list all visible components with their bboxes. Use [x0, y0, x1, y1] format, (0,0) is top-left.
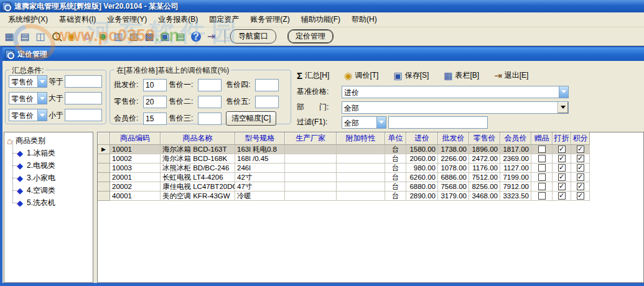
grid-cell[interactable] [285, 182, 337, 191]
chevron-down-icon[interactable] [559, 86, 568, 98]
table-row[interactable]: ▶10001海尔冰箱 BCD-163T163l 耗电0.8台1580.00173… [98, 145, 643, 154]
filter-input[interactable] [388, 116, 488, 129]
grid-cell[interactable]: 6880.00 [406, 182, 438, 191]
grid-cell[interactable]: 2060.00 [406, 154, 438, 164]
menu-item[interactable]: 系统维护(X) [2, 12, 54, 27]
grid-cell[interactable]: 7912.00 [500, 182, 531, 191]
grid-cell[interactable]: ✓ [571, 191, 590, 201]
grid-header-cell[interactable]: 批发价 [438, 132, 469, 145]
grid-cell[interactable]: 1078.00 [438, 164, 469, 173]
grid-header-cell[interactable]: 会员价 [500, 132, 531, 145]
grid-cell[interactable]: 海尔冰箱 BCD-168K [161, 154, 235, 164]
grid-cell[interactable]: ✓ [553, 182, 571, 191]
grid-cell[interactable] [337, 191, 385, 201]
grid-header-cell[interactable]: 型号规格 [235, 132, 285, 145]
discount-checkbox[interactable]: ✓ [558, 192, 566, 200]
grid-cell[interactable] [531, 145, 553, 154]
grid-cell[interactable]: 长虹电视 LT4-4206 [161, 173, 235, 182]
chevron-down-icon[interactable] [558, 102, 568, 113]
grid-cell[interactable]: 7512.00 [469, 173, 500, 182]
chevron-down-icon[interactable] [37, 93, 47, 104]
grid-cell[interactable] [337, 182, 385, 191]
print-icon[interactable]: ▤ [173, 29, 188, 44]
grid-cell[interactable]: ✓ [553, 154, 571, 164]
grid-cell[interactable]: ✓ [553, 191, 571, 201]
gift-checkbox[interactable] [538, 155, 546, 162]
summary-value-input[interactable] [65, 75, 102, 88]
tree-item[interactable]: ◆4.空调类 [4, 184, 93, 196]
grid-header-cell[interactable]: 单位 [385, 132, 406, 145]
user-icon[interactable]: ☻ [95, 29, 110, 44]
grid-cell[interactable]: 美的空调 KFR-43GW [161, 191, 235, 201]
tree-item[interactable]: ◆3.小家电 [4, 172, 93, 184]
points-checkbox[interactable]: ✓ [577, 173, 584, 181]
gift-checkbox[interactable] [538, 145, 546, 153]
grid-cell[interactable]: 台 [385, 191, 406, 201]
tree-item[interactable]: ◆2.电视类 [4, 159, 93, 172]
calculator-icon[interactable]: ▩ [142, 29, 157, 44]
grid-cell[interactable]: ✓ [553, 164, 571, 173]
menu-item[interactable]: 账务管理(Z) [245, 12, 295, 27]
sigma-button[interactable]: Σ汇总[H] [297, 70, 329, 81]
adjust-field-input[interactable] [143, 96, 167, 108]
save-button[interactable]: ▣保存[S] [393, 70, 429, 81]
grid-cell[interactable]: 10002 [110, 154, 161, 164]
grid-cell[interactable]: 1817.00 [500, 145, 531, 154]
grid-cell[interactable]: ✓ [571, 154, 590, 164]
grid-cell[interactable] [285, 164, 337, 173]
grid-header-cell[interactable]: 积分 [571, 132, 590, 145]
gift-checkbox[interactable] [538, 164, 546, 172]
grid-header-cell[interactable]: 商品名称 [161, 132, 235, 145]
grid-cell[interactable]: 海尔冰箱 BCD-163T [161, 145, 235, 154]
grid-cell[interactable]: 2266.00 [438, 154, 469, 164]
save-icon[interactable]: ▣ [157, 29, 172, 44]
grid-cell[interactable]: ✓ [571, 173, 590, 182]
form-view-icon[interactable]: ▤ [17, 29, 32, 44]
filter-scope-select[interactable]: 全部 [342, 116, 386, 129]
grid-cell[interactable]: 1580.00 [406, 145, 438, 154]
grid-cell[interactable]: ✓ [571, 145, 590, 154]
summary-field-select[interactable]: 零售价 [9, 109, 47, 121]
grid-header-cell[interactable]: 进价 [406, 132, 438, 145]
menu-item[interactable]: 辅助功能(F) [296, 12, 346, 27]
grid-header-cell[interactable]: 赠品 [531, 132, 553, 145]
menu-item[interactable]: 基础资料(I) [54, 12, 101, 27]
adjust-field-input[interactable] [143, 79, 167, 91]
grid-cell[interactable]: 10001 [110, 145, 161, 154]
clear-range-button[interactable]: 清空幅度[C] [226, 111, 276, 126]
grid-cell[interactable] [337, 145, 385, 154]
grid-cell[interactable]: 台 [385, 164, 406, 173]
grid-cell[interactable]: 20001 [110, 173, 161, 182]
grid-cell[interactable]: 7199.00 [500, 173, 531, 182]
grid-cell[interactable]: 1127.00 [500, 164, 531, 173]
user-card-icon[interactable]: ▥ [111, 29, 126, 44]
grid-cell[interactable]: 2890.00 [406, 191, 438, 201]
tree-item[interactable]: ◆5.洗衣机 [4, 196, 93, 209]
adjust-field-input[interactable] [198, 79, 222, 91]
chevron-down-icon[interactable] [376, 117, 386, 128]
department-select[interactable]: 全部 [342, 101, 569, 114]
coins-icon[interactable]: ◉ [64, 29, 79, 44]
grid-cell[interactable]: 3179.00 [438, 191, 469, 201]
grid-header-cell[interactable]: 零售价 [469, 132, 500, 145]
grid-cell[interactable]: 台 [385, 145, 406, 154]
grid-cell[interactable]: 冰熊冰柜 BD/BC-246 [161, 164, 235, 173]
grid-cell[interactable]: 台 [385, 154, 406, 164]
discount-checkbox[interactable]: ✓ [558, 183, 566, 190]
points-checkbox[interactable]: ✓ [577, 164, 584, 172]
grid-cell[interactable]: ✓ [553, 173, 571, 182]
gift-checkbox[interactable] [538, 192, 546, 200]
grid-cell[interactable]: ✓ [553, 145, 571, 154]
gift-checkbox[interactable] [538, 173, 546, 181]
tree-root-item[interactable]: ⌂ 商品类别 [4, 134, 93, 147]
table-row[interactable]: 20002康佳电视 LC47BT20DC47寸台6880.007568.0082… [98, 182, 643, 191]
points-checkbox[interactable]: ✓ [577, 183, 584, 190]
discount-checkbox[interactable]: ✓ [558, 173, 566, 181]
tree-item[interactable]: ◆1.冰箱类 [4, 147, 93, 159]
adjust-field-input[interactable] [255, 96, 279, 108]
grid-cell[interactable]: ✓ [571, 182, 590, 191]
grid-cell[interactable] [285, 191, 337, 201]
menu-item[interactable]: 固定资产 [203, 12, 245, 27]
grid-cell[interactable]: 台 [385, 182, 406, 191]
discount-checkbox[interactable]: ✓ [558, 155, 566, 162]
